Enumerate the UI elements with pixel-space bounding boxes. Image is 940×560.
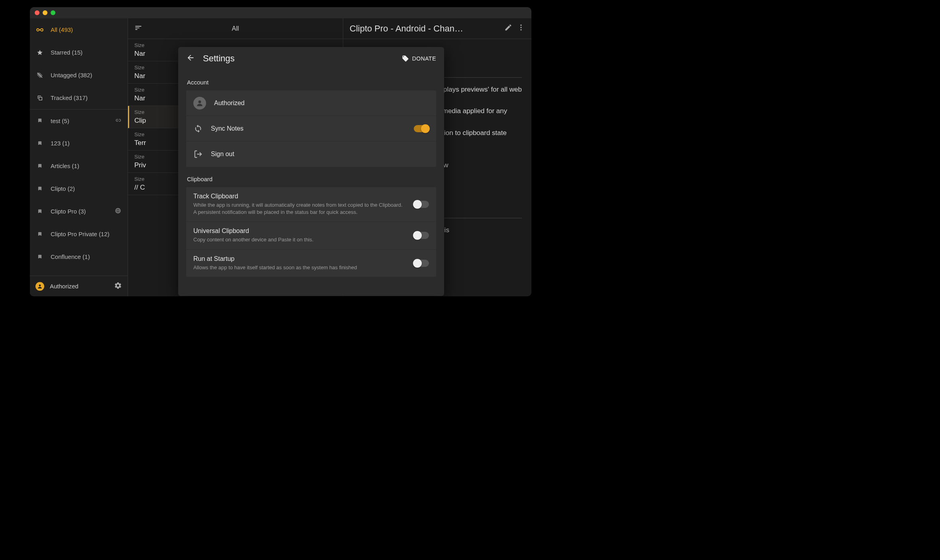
sidebar-item[interactable]: 123 (1) — [30, 132, 128, 155]
sidebar-item-label: Confluence (1) — [51, 253, 90, 260]
settings-header: Settings DONATE — [178, 47, 444, 70]
sidebar-item[interactable]: Untagged (382) — [30, 64, 128, 86]
sidebar-list: All (493) Starred (15) Untagged (382) Tr… — [30, 18, 128, 276]
sidebar-item[interactable]: Starred (15) — [30, 41, 128, 64]
edit-icon[interactable] — [504, 23, 512, 34]
settings-section: Track ClipboardWhile the app is running,… — [186, 187, 436, 277]
titlebar — [30, 7, 531, 18]
sidebar-item[interactable]: test (5) — [30, 109, 128, 132]
toggle-switch[interactable] — [414, 125, 429, 132]
svg-point-1 — [39, 284, 41, 286]
settings-row[interactable]: Track ClipboardWhile the app is running,… — [186, 187, 436, 222]
sidebar: All (493) Starred (15) Untagged (382) Tr… — [30, 18, 128, 296]
sidebar-item[interactable]: Tracked (317) — [30, 86, 128, 109]
note-title: Clipto Pro - Android - Chan… — [350, 23, 499, 34]
back-icon[interactable] — [186, 53, 195, 64]
svg-point-4 — [520, 29, 521, 30]
maximize-button[interactable] — [51, 10, 55, 15]
settings-row-desc: Allows the app to have itself started as… — [193, 264, 406, 271]
close-button[interactable] — [35, 10, 39, 15]
link-icon — [115, 117, 121, 125]
settings-section: AuthorizedSync NotesSign out — [186, 90, 436, 167]
sidebar-item-label: Clipto Pro (3) — [51, 208, 86, 215]
svg-rect-0 — [39, 97, 42, 100]
label-icon — [36, 185, 43, 192]
settings-body: AccountAuthorizedSync NotesSign outClipb… — [178, 70, 444, 296]
notes-list-header: All — [128, 18, 343, 39]
avatar-icon — [35, 282, 44, 291]
settings-row[interactable]: Run at StartupAllows the app to have its… — [186, 250, 436, 277]
svg-point-3 — [520, 27, 521, 28]
infinity-icon — [36, 26, 43, 33]
label-icon — [36, 163, 43, 170]
settings-row-label: Run at Startup — [193, 255, 406, 262]
toggle-switch[interactable] — [414, 201, 429, 208]
settings-row-label: Sign out — [211, 151, 429, 158]
settings-row[interactable]: Sync Notes — [186, 116, 436, 141]
app-window: All (493) Starred (15) Untagged (382) Tr… — [30, 7, 531, 296]
more-icon[interactable] — [517, 23, 525, 34]
sidebar-item-label: Clipto Pro Private (12) — [51, 231, 110, 237]
auth-status: Authorized — [50, 283, 79, 290]
label-icon — [36, 231, 43, 238]
minimize-button[interactable] — [43, 10, 47, 15]
sidebar-item[interactable]: Confluence (1) — [30, 245, 128, 268]
donate-label: DONATE — [412, 55, 436, 62]
globe-icon — [115, 208, 121, 215]
star-icon — [36, 49, 43, 56]
sidebar-footer: Authorized — [30, 276, 128, 296]
sync-icon — [193, 124, 203, 133]
sort-icon[interactable] — [134, 24, 142, 33]
sidebar-item-label: Untagged (382) — [51, 72, 92, 78]
settings-title: Settings — [203, 53, 394, 64]
donate-button[interactable]: DONATE — [402, 55, 436, 62]
label-icon — [36, 117, 43, 124]
sidebar-item[interactable]: Clipto Pro Private (12) — [30, 223, 128, 245]
settings-section-title: Clipboard — [186, 176, 436, 182]
toggle-switch[interactable] — [414, 260, 429, 267]
toggle-switch[interactable] — [414, 232, 429, 239]
copy-icon — [36, 94, 43, 102]
settings-row-label: Universal Clipboard — [193, 227, 406, 235]
note-detail-header: Clipto Pro - Android - Chan… — [343, 18, 531, 39]
sidebar-item-label: test (5) — [51, 117, 69, 124]
sidebar-item-label: Clipto (2) — [51, 185, 75, 192]
sidebar-item-label: Starred (15) — [51, 49, 83, 56]
tag-icon — [402, 55, 409, 62]
settings-row-desc: Copy content on another device and Paste… — [193, 236, 406, 243]
sidebar-item-label: Articles (1) — [51, 163, 79, 169]
svg-point-5 — [199, 100, 201, 103]
settings-row[interactable]: Universal ClipboardCopy content on anoth… — [186, 222, 436, 249]
gear-icon[interactable] — [114, 282, 122, 291]
label-icon — [36, 253, 43, 260]
settings-row-desc: While the app is running, it will automa… — [193, 202, 406, 216]
settings-row[interactable]: Authorized — [186, 90, 436, 116]
label-icon — [36, 208, 43, 215]
settings-row-label: Track Clipboard — [193, 193, 406, 200]
sidebar-item[interactable]: Articles (1) — [30, 155, 128, 177]
sidebar-item-label: All (493) — [51, 26, 73, 33]
person-icon — [193, 97, 206, 110]
settings-row-label: Authorized — [214, 100, 429, 107]
settings-modal: Settings DONATE AccountAuthorizedSync No… — [178, 47, 444, 296]
sidebar-item-label: Tracked (317) — [51, 94, 88, 101]
sidebar-item[interactable]: Clipto (2) — [30, 177, 128, 200]
settings-row[interactable]: Sign out — [186, 141, 436, 167]
sidebar-item[interactable]: All (493) — [30, 18, 128, 41]
sidebar-item[interactable]: Clipto Pro (3) — [30, 200, 128, 223]
settings-row-label: Sync Notes — [211, 125, 406, 132]
settings-section-title: Account — [186, 79, 436, 86]
svg-point-2 — [520, 24, 521, 25]
signout-icon — [193, 149, 203, 159]
notes-list-title: All — [142, 25, 328, 32]
label-icon — [36, 140, 43, 147]
sidebar-item-label: 123 (1) — [51, 140, 70, 147]
untag-icon — [36, 72, 43, 79]
